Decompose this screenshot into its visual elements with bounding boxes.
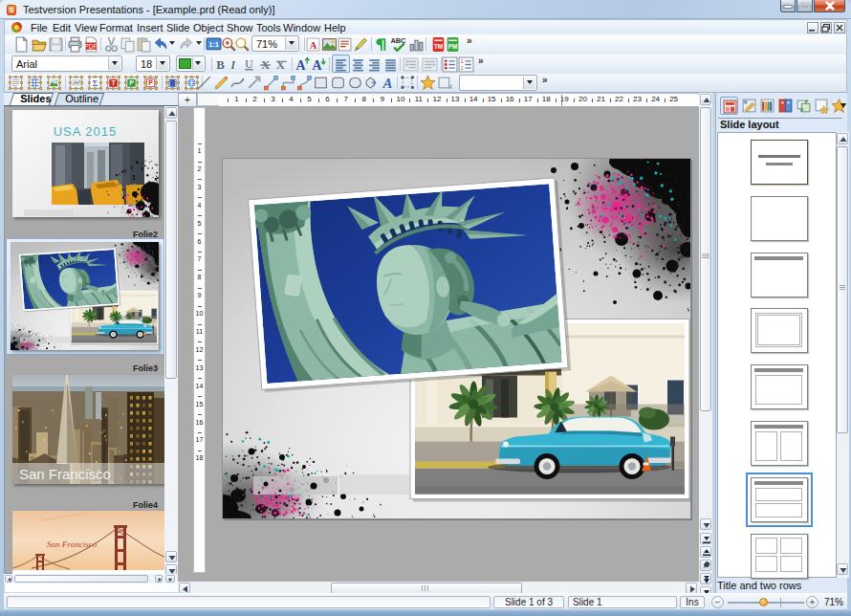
svg-text:1: 1 <box>461 58 464 64</box>
svg-text:USA 2015: USA 2015 <box>54 124 118 139</box>
svg-text:P: P <box>148 79 153 86</box>
svg-text:I: I <box>229 58 235 72</box>
svg-text:TM: TM <box>434 43 443 50</box>
svg-text:A: A <box>310 40 317 51</box>
svg-text:San Francisco: San Francisco <box>47 539 98 549</box>
svg-text:PDF: PDF <box>85 43 98 50</box>
svg-text:San Francisco: San Francisco <box>19 466 111 482</box>
svg-text:1:1: 1:1 <box>208 40 219 49</box>
svg-text:P: P <box>129 79 134 86</box>
svg-text:B: B <box>216 58 225 72</box>
svg-text:U: U <box>245 58 253 71</box>
svg-text:Σ: Σ <box>93 78 98 88</box>
svg-text:X: X <box>276 58 286 72</box>
svg-text:A: A <box>382 76 393 91</box>
svg-text:PM: PM <box>448 43 458 50</box>
svg-text:A: A <box>295 58 305 73</box>
svg-text:2: 2 <box>461 65 464 71</box>
svg-text:A: A <box>312 58 321 73</box>
